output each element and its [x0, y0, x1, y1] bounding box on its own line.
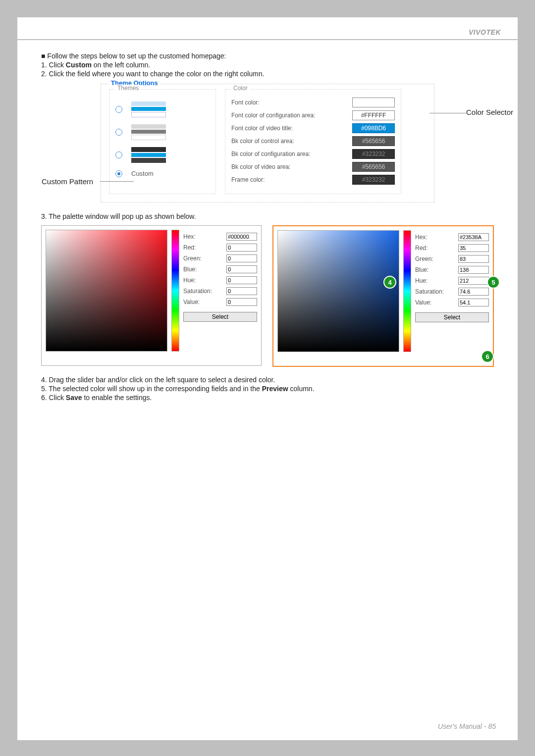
color-fields: Hex: Red: Green: Blue: Hue: Saturation: …	[183, 230, 257, 361]
step-4: 4. Drag the slider bar and/or click on t…	[41, 376, 494, 384]
hue-slider[interactable]	[403, 230, 411, 352]
themes-box: Themes	[109, 89, 216, 194]
val-label: Value:	[183, 299, 200, 305]
blue-label: Blue:	[415, 266, 428, 273]
hex-input[interactable]	[226, 233, 257, 241]
text: 1. Click	[41, 61, 66, 69]
theme-options-panel: Theme Options Custom Pattern Color Selec…	[101, 84, 434, 202]
green-label: Green:	[183, 255, 202, 262]
red-input[interactable]	[458, 244, 489, 252]
step-2: 2. Click the field where you want to cha…	[41, 70, 494, 78]
bold: Preview	[262, 385, 288, 393]
hex-label: Hex:	[183, 233, 196, 240]
sat-input[interactable]	[458, 288, 489, 296]
text: 5. The selected color will show up in th…	[41, 385, 262, 393]
swatch-frame-color[interactable]: #323232	[352, 175, 395, 185]
swatch-font-color[interactable]	[352, 98, 395, 107]
text: 6. Click	[41, 394, 66, 402]
bubble-6: 6	[481, 350, 494, 363]
hex-label: Hex:	[415, 234, 428, 241]
sat-label: Saturation:	[415, 288, 444, 295]
label-font-video-title: Font color of video title:	[231, 125, 293, 132]
hue-label: Hue:	[415, 277, 428, 284]
val-label: Value:	[415, 299, 431, 306]
radio-icon[interactable]	[115, 129, 122, 136]
custom-label: Custom	[131, 170, 154, 177]
text: on the left column.	[92, 61, 150, 69]
bubble-5: 5	[487, 276, 500, 289]
red-label: Red:	[183, 244, 196, 251]
palette-left: Hex: Red: Green: Blue: Hue: Saturation: …	[41, 225, 262, 366]
theme-option-2[interactable]	[115, 124, 210, 140]
page-footer: User's Manual - 85	[438, 722, 496, 730]
theme-thumb	[131, 124, 166, 140]
label-font-color: Font color:	[231, 99, 260, 106]
color-label: Color	[231, 85, 250, 92]
bold: Custom	[66, 61, 92, 69]
intro-line: ■ Follow the steps below to set up the c…	[41, 52, 494, 60]
label-bk-control: Bk color of control area:	[231, 138, 294, 145]
bubble-4: 4	[383, 276, 396, 289]
val-input[interactable]	[226, 298, 257, 306]
radio-icon[interactable]	[115, 106, 122, 113]
sv-area[interactable]	[277, 230, 399, 352]
hue-label: Hue:	[183, 277, 196, 284]
sv-area[interactable]	[46, 230, 167, 352]
step-1: 1. Click Custom on the left column.	[41, 61, 494, 69]
radio-icon[interactable]	[115, 151, 122, 158]
red-label: Red:	[415, 245, 428, 252]
swatch-bk-video[interactable]: #565656	[352, 162, 395, 172]
theme-thumb	[131, 147, 166, 163]
val-input[interactable]	[458, 299, 489, 306]
callout-custom-pattern: Custom Pattern	[42, 177, 100, 186]
hue-input[interactable]	[458, 277, 489, 285]
green-label: Green:	[415, 255, 433, 262]
brand-header: VIVOTEK	[17, 17, 518, 39]
theme-thumb	[131, 101, 166, 117]
palette-right: Hex: Red: Green: Blue: Hue: Saturation: …	[272, 225, 494, 367]
theme-option-3[interactable]	[115, 147, 210, 163]
color-fields: Hex: Red: Green: Blue: Hue: Saturation: …	[415, 230, 489, 362]
swatch-font-video-title[interactable]: #098BD6	[352, 123, 395, 133]
bold: Save	[66, 394, 82, 402]
select-button[interactable]: Select	[415, 312, 489, 322]
swatch-bk-control[interactable]: #565656	[352, 136, 395, 146]
step-3: 3. The palette window will pop up as sho…	[41, 212, 494, 220]
sat-label: Saturation:	[183, 288, 212, 295]
swatch-bk-config[interactable]: #323232	[352, 149, 395, 159]
green-input[interactable]	[458, 255, 489, 263]
text: to enable the settings.	[82, 394, 152, 402]
label-bk-config: Bk color of configuration area:	[231, 151, 310, 157]
blue-input[interactable]	[226, 265, 257, 273]
divider	[17, 39, 518, 40]
theme-option-1[interactable]	[115, 101, 210, 117]
select-button[interactable]: Select	[183, 312, 257, 322]
blue-label: Blue:	[183, 266, 197, 273]
blue-input[interactable]	[458, 266, 489, 274]
step-6: 6. Click Save to enable the settings.	[41, 394, 494, 402]
themes-label: Themes	[115, 85, 141, 92]
text: column.	[288, 385, 315, 393]
hue-input[interactable]	[226, 276, 257, 284]
step-5: 5. The selected color will show up in th…	[41, 385, 494, 393]
hue-slider[interactable]	[171, 230, 179, 352]
callout-color-selector: Color Selector	[466, 108, 513, 116]
swatch-font-config[interactable]: #FFFFFF	[352, 110, 395, 120]
label-font-config: Font color of configuration area:	[231, 112, 315, 119]
theme-option-custom[interactable]: Custom	[115, 170, 210, 177]
red-input[interactable]	[226, 244, 257, 252]
color-box: Color Font color: Font color of configur…	[225, 89, 401, 194]
label-bk-video: Bk color of video area:	[231, 163, 290, 170]
hex-input[interactable]	[458, 233, 489, 241]
green-input[interactable]	[226, 254, 257, 262]
radio-icon[interactable]	[115, 170, 122, 177]
sat-input[interactable]	[226, 287, 257, 295]
label-frame-color: Frame color:	[231, 176, 265, 183]
